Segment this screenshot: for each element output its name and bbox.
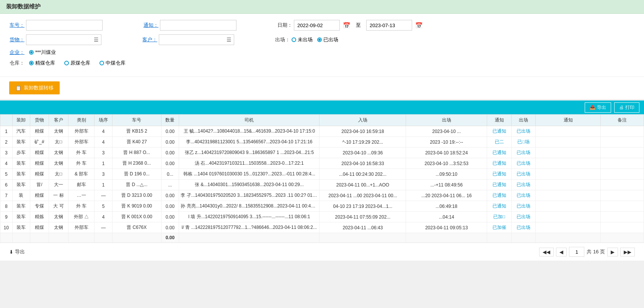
total-cell-6	[112, 233, 161, 243]
exit-label-2: 已出场	[323, 36, 338, 43]
print-top-button[interactable]: 🖨 打印	[614, 102, 639, 113]
date-end-input[interactable]	[366, 20, 412, 31]
exit-option-2[interactable]: 已出场	[317, 36, 338, 43]
warehouse-radio-2[interactable]	[64, 61, 69, 65]
cell-exit2: 已出场	[511, 201, 536, 212]
table-toolbar: 📤 导出 🖨 打印	[0, 101, 644, 114]
cell-notice1: 已加□	[487, 212, 512, 222]
col-order: 场序	[95, 115, 112, 126]
cell-exit2: 已□场	[511, 137, 536, 148]
cell-remark	[600, 148, 644, 158]
table-row[interactable]: 10装车精煤太钢外部车—晋 C676X0.00l/ 青 ...142228197…	[0, 222, 644, 233]
warehouse-option-3[interactable]: 中煤仓库	[99, 60, 126, 66]
warehouse-radio-3[interactable]	[99, 61, 104, 65]
calendar-start-icon[interactable]: 📅	[343, 22, 351, 29]
cell-order: —	[95, 190, 112, 201]
total-cell-2	[30, 233, 49, 243]
cell-entry: ^-10 17:19:29 202...	[320, 137, 406, 148]
cell-driver: l/ 青 ...142228197512077792...1...?486646…	[179, 222, 320, 233]
date-start-input[interactable]	[294, 20, 340, 31]
table-section: 📤 导出 🖨 打印 装卸 货物 客户 类别 场序 车号 数量 司机 入场 出场 …	[0, 101, 644, 243]
print-icon: 🖨	[619, 105, 624, 110]
cell-order: 5	[95, 201, 112, 212]
company-option-1[interactable]: ***川煤业	[29, 49, 56, 56]
table-row[interactable]: 9装车精炼太钢外部 △4晋 K 001X 0.000.00l 墙 升...142…	[0, 212, 644, 222]
table-row[interactable]: 5装车精煤太□& 部车3晋 D 196 0...0...韩栋 ...1404 0…	[0, 169, 644, 180]
page-input[interactable]	[569, 247, 584, 257]
goods-list-icon[interactable]: ☰	[91, 37, 101, 43]
table-row[interactable]: 8装车专煤大 可外 车5晋 K 9019 0.000.00孙 亮亮...1404…	[0, 201, 644, 212]
row-num: 1	[0, 126, 13, 137]
cell-goods: 精煤	[30, 190, 49, 201]
notice-group: 通知：	[143, 20, 236, 31]
goods-input[interactable]	[26, 35, 91, 45]
exit-group: 出场： 未出场 已出场	[275, 36, 338, 43]
warehouse-option-2[interactable]: 原煤仓库	[64, 60, 90, 66]
warehouse-name-1: 精煤仓库	[35, 60, 55, 66]
date-label: 日期：	[277, 22, 292, 29]
customer-list-icon[interactable]: ☰	[224, 37, 234, 43]
cell-entry: 2023-04-10 16:58:33	[320, 158, 406, 169]
notice-input[interactable]	[160, 20, 236, 31]
date-separator: 至	[356, 22, 361, 29]
goods-label[interactable]: 货物：	[9, 36, 24, 43]
exit-option-1[interactable]: 未出场	[292, 36, 313, 43]
cell-notice1: 已通知	[487, 148, 512, 158]
company-label[interactable]: 企业：	[9, 49, 24, 56]
calendar-end-icon[interactable]: 📅	[415, 22, 423, 29]
goods-group: 货物： ☰	[9, 34, 101, 45]
table-row[interactable]: 2装车矿_#太□外部车4晋 K40 270.00李...404231988112…	[0, 137, 644, 148]
cell-remark	[600, 158, 644, 169]
exit-radio-2[interactable]	[317, 37, 322, 42]
first-page-button[interactable]: ◀◀	[539, 248, 554, 256]
cell-order: 3	[95, 148, 112, 158]
col-zhuangxie: 装卸	[12, 115, 30, 126]
car-label[interactable]: 车号：	[9, 22, 24, 29]
cell-exit2: 已出场	[511, 190, 536, 201]
cell-driver: 李...4042319881123001 5...135466567...202…	[179, 137, 320, 148]
notice-label[interactable]: 通知：	[143, 22, 158, 29]
customer-label[interactable]: 客户：	[142, 36, 157, 43]
warehouse-option-1[interactable]: 精煤仓库	[29, 60, 55, 66]
cell-entry: ...04-11 00:24:30 202...	[320, 169, 406, 180]
prev-page-button[interactable]: ◀	[556, 248, 567, 256]
cell-car: 晋 K40 27	[112, 137, 161, 148]
export-bottom-button[interactable]: ⬇ 导出	[9, 248, 25, 255]
table-row[interactable]: 6装车冒/大一邮车1晋 D ...△......张 &...14040301..…	[0, 180, 644, 190]
cell-notice1: 已通知	[487, 158, 512, 169]
cell-zhuangxie: 装车	[12, 169, 30, 180]
customer-input[interactable]	[159, 35, 224, 45]
cell-category: …一	[68, 190, 95, 201]
transfer-button[interactable]: 📋 装卸数据转移	[9, 81, 60, 94]
col-exit2: 出场	[511, 115, 536, 126]
cell-category: 邮车	[68, 180, 95, 190]
car-input[interactable]	[26, 20, 103, 31]
cell-car: 晋 H 2368 0...	[112, 158, 161, 169]
cell-qty: ...	[161, 180, 179, 190]
company-radio-1[interactable]	[29, 50, 34, 55]
table-row[interactable]: 7装 精煤一 标…一—晋 D 3213 0.000.00李 孑...140430…	[0, 190, 644, 201]
cell-zhuangxie: 装车	[12, 158, 30, 169]
export-top-button[interactable]: 📤 导出	[585, 102, 611, 113]
last-page-button[interactable]: ▶▶	[620, 248, 635, 256]
cell-notice1: 已二	[487, 137, 512, 148]
total-cell-7: 0.00	[161, 233, 179, 243]
cell-goods: 精煤	[30, 148, 49, 158]
cell-order: 1	[95, 158, 112, 169]
cell-customer: 大一	[49, 180, 68, 190]
cell-goods: 精煤	[30, 158, 49, 169]
cell-entry: 2023-04-11 ...00 2023-04-11 00...	[320, 190, 406, 201]
cell-goods: 精煤	[30, 126, 49, 137]
total-cell-3	[49, 233, 68, 243]
next-page-button[interactable]: ▶	[607, 248, 618, 256]
table-row[interactable]: 3步车精煤太钢外 车3晋 H 887 O...0.00张乙 z...140423…	[0, 148, 644, 158]
cell-goods: 精炼	[30, 212, 49, 222]
action-bar: 📋 装卸数据转移	[0, 76, 644, 99]
table-row[interactable]: 1汽车精煤太钢外部车4晋 KB15 20.00王 毓...14042?...10…	[0, 126, 644, 137]
total-cell-8	[179, 233, 320, 243]
row-num: 8	[0, 201, 13, 212]
warehouse-radio-1[interactable]	[29, 61, 34, 65]
exit-radio-1[interactable]	[292, 37, 296, 42]
table-row[interactable]: 4装车精煤太钢外 车1晋 H 2368 0...0.00汤 石...404231…	[0, 158, 644, 169]
page-title: 装卸数据维护	[0, 0, 644, 14]
